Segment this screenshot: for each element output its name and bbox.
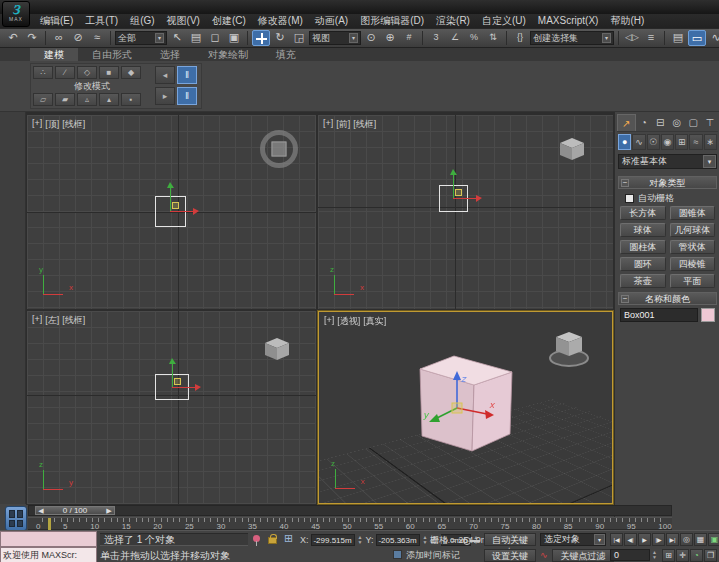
border-mode-icon[interactable]: ◇ (77, 66, 97, 79)
time-slider-handle[interactable]: ◀ 0 / 100 ▶ (35, 506, 115, 515)
menu-item[interactable]: 图形编辑器(D) (354, 14, 430, 28)
next-frame-arrow[interactable]: ▶ (104, 507, 114, 515)
reference-coordinate-system-dropdown[interactable]: 视图 ▾ (309, 31, 361, 45)
select-and-link-icon[interactable]: ∞ (50, 30, 68, 46)
tab-motion[interactable]: ◎ (669, 114, 686, 131)
ribbon-tab[interactable]: 自由形式 (78, 48, 146, 61)
selection-filter-dropdown[interactable]: 全部 ▾ (115, 31, 167, 45)
keyboard-shortcut-override-icon[interactable]: # (400, 30, 418, 46)
pan-icon[interactable]: ✛ (676, 549, 689, 562)
frame-spinner[interactable]: ▲▼ (651, 550, 658, 560)
menu-item[interactable]: 工具(T) (79, 14, 124, 28)
add-time-tag-button[interactable]: 添加时间标记 (406, 549, 460, 562)
gizmo-y-axis[interactable] (172, 387, 196, 388)
menu-item[interactable]: 组(G) (124, 14, 160, 28)
select-and-rotate-icon[interactable]: ↻ (271, 30, 289, 46)
object-color-swatch[interactable] (701, 308, 715, 322)
use-soft-selection-icon[interactable]: ◂ (155, 66, 175, 84)
rectangular-selection-region-icon[interactable]: ◻ (206, 30, 224, 46)
viewcube[interactable] (264, 337, 290, 361)
distance-connect-icon[interactable]: ▴ (99, 93, 119, 106)
maximize-viewport-toggle-icon[interactable]: ❐ (704, 549, 717, 562)
primitive-category-dropdown[interactable]: 标准基本体 ▾ (618, 154, 717, 169)
viewport-menu-shading[interactable]: [线框] (353, 118, 376, 131)
vertex-mode-icon[interactable]: ∴ (33, 66, 53, 79)
current-frame-field[interactable]: 0 (610, 549, 650, 561)
bind-to-space-warp-icon[interactable]: ≈ (88, 30, 106, 46)
menu-item[interactable]: 创建(C) (206, 14, 252, 28)
viewcube-top-face[interactable] (272, 142, 287, 157)
undo-icon[interactable]: ↶ (4, 30, 22, 46)
viewport-menu-plus[interactable]: [+] (324, 315, 334, 328)
use-pivot-point-center-icon[interactable]: ⊙ (362, 30, 380, 46)
ribbon-tab[interactable]: 建模 (30, 48, 78, 61)
menu-item[interactable]: 帮助(H) (604, 14, 650, 28)
y-coordinate-field[interactable]: -205.363m (376, 534, 420, 546)
mirror-icon[interactable]: ◁▷ (623, 30, 641, 46)
menu-item[interactable]: 自定义(U) (476, 14, 532, 28)
isolate-selection-icon[interactable] (253, 535, 260, 542)
primitive-button[interactable]: 几何球体 (670, 223, 716, 237)
next-frame-icon[interactable]: |▶ (652, 533, 665, 546)
previous-frame-icon[interactable]: ◀| (624, 533, 637, 546)
menu-item[interactable]: 编辑(E) (34, 14, 79, 28)
primitive-button[interactable]: 圆锥体 (670, 206, 716, 220)
gizmo-plane-handle[interactable] (455, 189, 462, 196)
orbit-icon[interactable]: ◔ (690, 549, 703, 562)
primitive-button[interactable]: 圆环 (620, 257, 666, 271)
viewport-menu-name[interactable]: [左] (45, 314, 59, 327)
menu-item[interactable]: MAXScript(X) (532, 14, 605, 28)
viewcube[interactable] (260, 130, 298, 168)
collapse-icon[interactable]: − (621, 179, 629, 187)
cameras-icon[interactable]: ◉ (661, 134, 674, 150)
go-to-start-icon[interactable]: |◀ (610, 533, 623, 546)
x-spinner[interactable]: ▲▼ (357, 535, 364, 545)
collapse-icon[interactable]: ▵ (77, 93, 97, 106)
macro-recorder-pane[interactable] (0, 531, 97, 547)
maxscript-mini-listener[interactable]: 欢迎使用 MAXScr: (0, 547, 97, 562)
menu-item[interactable]: 动画(A) (309, 14, 354, 28)
edge-mode-icon[interactable]: ∕ (55, 66, 75, 79)
tab-create[interactable]: ↗ (617, 114, 636, 131)
named-selection-sets-dropdown[interactable]: 创建选择集 ▾ (530, 31, 614, 45)
geometry-icon[interactable]: ● (618, 134, 631, 150)
viewport-perspective[interactable]: [+] [透视] [真实] z x y z x (318, 311, 613, 504)
zoom-extents-icon[interactable]: ▣ (708, 533, 719, 546)
viewport-menu-plus[interactable]: [+] (323, 118, 333, 131)
primitive-button[interactable]: 平面 (670, 274, 716, 288)
snaps-toggle-icon[interactable]: 3 (427, 30, 445, 46)
gizmo-z-axis[interactable] (172, 363, 173, 387)
tab-utilities[interactable]: ⊤ (702, 114, 719, 131)
viewport-front[interactable]: [+] [前] [线框] z x (318, 115, 613, 309)
edit-named-selection-sets-icon[interactable]: {} (511, 30, 529, 46)
menu-item[interactable]: 渲染(R) (430, 14, 476, 28)
show-end-result-icon[interactable]: ‖ (177, 87, 197, 105)
graphite-ribbon-toggle-icon[interactable]: ▭ (688, 30, 706, 46)
menu-item[interactable]: 视图(V) (161, 14, 206, 28)
viewport-menu-plus[interactable]: [+] (32, 314, 42, 327)
viewcube[interactable] (548, 328, 590, 368)
set-key-button[interactable]: 设置关键点 (484, 549, 536, 562)
shapes-icon[interactable]: ∿ (632, 134, 645, 150)
element-mode-icon[interactable]: ◆ (121, 66, 141, 79)
primitive-button[interactable]: 四棱锥 (670, 257, 716, 271)
key-filters-button[interactable]: 关键点过滤器... (552, 549, 614, 562)
auto-key-button[interactable]: 自动关键点 (484, 533, 536, 546)
autogrid-checkbox[interactable] (625, 194, 634, 203)
viewport-layout-button[interactable] (5, 506, 27, 531)
lights-icon[interactable]: ☉ (647, 134, 660, 150)
y-spinner[interactable]: ▲▼ (422, 535, 429, 545)
spinner-snap-icon[interactable]: ⇅ (484, 30, 502, 46)
unlink-selection-icon[interactable]: ⊘ (69, 30, 87, 46)
absolute-mode-transform-icon[interactable]: ⊞ (284, 532, 293, 545)
ribbon-tab[interactable]: 选择 (146, 48, 194, 61)
redo-icon[interactable]: ↷ (23, 30, 41, 46)
go-to-end-icon[interactable]: ▶| (666, 533, 679, 546)
preserve-uvs-icon[interactable]: ▱ (33, 93, 53, 106)
track-bar[interactable]: 0510152025303540455055606570758085909510… (28, 517, 672, 530)
viewport-top[interactable]: [+] [顶] [线框] y x (27, 115, 316, 309)
object-type-rollout-header[interactable]: − 对象类型 (618, 176, 717, 189)
systems-icon[interactable]: ∗ (704, 134, 717, 150)
select-and-scale-icon[interactable]: ◲ (290, 30, 308, 46)
time-slider-track[interactable]: ◀ 0 / 100 ▶ (28, 505, 672, 516)
